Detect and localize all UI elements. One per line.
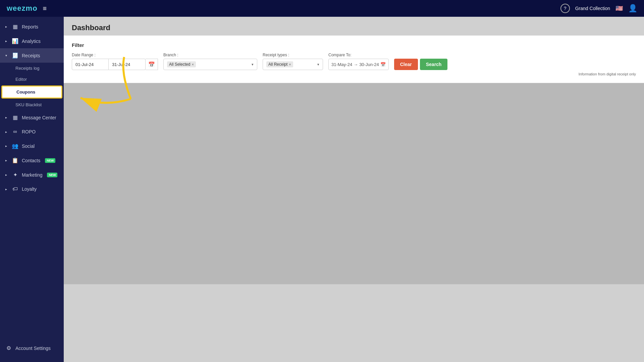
sidebar-item-account-settings[interactable]: ⚙ Account Settings — [0, 341, 64, 355]
arrow-icon: ▸ — [5, 159, 7, 162]
calendar-icon[interactable]: 📅 — [380, 62, 386, 67]
sidebar-item-loyalty[interactable]: ▸ 🏷 Loyalty — [0, 182, 64, 196]
user-avatar[interactable]: 👤 — [628, 4, 637, 13]
filter-title: Filter — [72, 42, 636, 48]
sidebar-item-label: Reports — [22, 24, 38, 29]
search-button[interactable]: Search — [420, 59, 448, 70]
header-right: ? Grand Collection 🇺🇸 👤 — [560, 4, 637, 13]
settings-icon: ⚙ — [5, 345, 12, 351]
sidebar-item-contacts[interactable]: ▸ 📋 Contacts NEW — [0, 153, 64, 168]
sidebar-item-receipts-log[interactable]: Receipts log — [0, 63, 64, 74]
filter-buttons: Clear Search — [394, 53, 448, 70]
date-end-input[interactable] — [109, 59, 146, 70]
sidebar: ▸ ▦ Reports ▸ 📊 Analytics ▾ 🧾 Receipts R… — [0, 17, 64, 362]
receipt-types-select[interactable]: All Receipt × ▾ — [263, 59, 323, 70]
filter-buttons-row: Clear Search — [394, 59, 448, 70]
compare-to-group: Compare To: 31-May-24 → 30-Jun-24 📅 — [328, 53, 389, 70]
branch-group: Branch : All Selected × ▾ — [163, 53, 257, 70]
header-left: weezmo ≡ — [7, 4, 47, 13]
date-range-inputs: 📅 — [72, 59, 158, 70]
gray-content-area — [64, 83, 644, 284]
sidebar-item-label: Message Center — [22, 115, 56, 120]
sidebar-item-message-center[interactable]: ▸ ▦ Message Center — [0, 110, 64, 125]
compare-range[interactable]: 31-May-24 → 30-Jun-24 📅 — [328, 59, 389, 70]
arrow-icon: ▸ — [5, 173, 7, 177]
arrow-icon: ▸ — [5, 39, 7, 43]
calendar-icon[interactable]: 📅 — [146, 59, 158, 70]
sidebar-item-label: Account Settings — [15, 346, 51, 351]
compare-end: 30-Jun-24 — [359, 62, 379, 67]
help-button[interactable]: ? — [560, 4, 570, 13]
filter-panel: Filter Date Range : 📅 Branch : — [64, 36, 644, 83]
menu-button[interactable]: ≡ — [43, 5, 47, 12]
chevron-down-icon: ▾ — [317, 62, 319, 67]
new-badge: NEW — [47, 173, 57, 177]
sidebar-item-ropo[interactable]: ▸ ∞ ROPO — [0, 125, 64, 139]
sidebar-item-analytics[interactable]: ▸ 📊 Analytics — [0, 34, 64, 48]
branch-label: Branch : — [163, 53, 257, 57]
header: weezmo ≡ ? Grand Collection 🇺🇸 👤 — [0, 0, 644, 17]
receipt-type-tag-remove[interactable]: × — [289, 62, 291, 66]
main-layout: ▸ ▦ Reports ▸ 📊 Analytics ▾ 🧾 Receipts R… — [0, 17, 644, 362]
new-badge: NEW — [45, 158, 55, 163]
branch-tag-remove[interactable]: × — [192, 62, 194, 66]
sidebar-item-label: Contacts — [22, 158, 40, 163]
contacts-icon: 📋 — [12, 157, 18, 164]
sidebar-item-reports[interactable]: ▸ ▦ Reports — [0, 19, 64, 34]
compare-start: 31-May-24 — [331, 62, 352, 67]
sidebar-item-label: Marketing — [22, 172, 42, 178]
arrow-icon: ▸ — [5, 144, 7, 148]
arrow-icon: → — [354, 62, 358, 67]
ropo-icon: ∞ — [12, 129, 18, 135]
branch-select[interactable]: All Selected × ▾ — [163, 59, 257, 70]
social-icon: 👥 — [12, 143, 18, 149]
sidebar-item-marketing[interactable]: ▸ ✦ Marketing NEW — [0, 168, 64, 182]
sidebar-item-label: Receipts — [22, 53, 40, 58]
flag-icon: 🇺🇸 — [615, 5, 623, 12]
date-range-group: Date Range : 📅 — [72, 53, 158, 70]
sidebar-item-social[interactable]: ▸ 👥 Social — [0, 139, 64, 153]
dashboard-area: Dashboard Filter Date Range : 📅 — [64, 17, 644, 362]
date-range-label: Date Range : — [72, 53, 158, 57]
arrow-icon: ▸ — [5, 130, 7, 134]
sidebar-item-sku-blacklist[interactable]: SKU Blacklist — [0, 99, 64, 110]
sidebar-item-label: Loyalty — [22, 186, 37, 192]
page-title: Dashboard — [64, 17, 644, 36]
sidebar-item-label: Social — [22, 143, 35, 149]
sidebar-item-receipts[interactable]: ▾ 🧾 Receipts — [0, 48, 64, 63]
sidebar-item-label: ROPO — [22, 129, 36, 134]
arrow-icon: ▾ — [5, 54, 7, 57]
sidebar-item-coupons[interactable]: Coupons — [1, 85, 62, 99]
content-area: Dashboard Filter Date Range : 📅 — [64, 17, 644, 362]
branch-tag: All Selected × — [167, 61, 196, 67]
filter-row: Date Range : 📅 Branch : All Selected — [72, 53, 636, 70]
org-name: Grand Collection — [575, 6, 610, 11]
loyalty-icon: 🏷 — [12, 186, 18, 192]
analytics-icon: 📊 — [12, 38, 18, 44]
sidebar-bottom: ⚙ Account Settings — [0, 341, 64, 362]
receipts-icon: 🧾 — [12, 52, 18, 59]
compare-to-label: Compare To: — [328, 53, 389, 57]
logo: weezmo — [7, 4, 38, 13]
arrow-icon: ▸ — [5, 187, 7, 191]
arrow-icon: ▸ — [5, 25, 7, 28]
receipt-types-label: Receipt types : — [263, 53, 323, 57]
marketing-icon: ✦ — [12, 172, 18, 178]
reports-icon: ▦ — [12, 23, 18, 30]
filter-info: Information from digital receipt only — [72, 72, 636, 76]
receipt-types-group: Receipt types : All Receipt × ▾ — [263, 53, 323, 70]
message-center-icon: ▦ — [12, 114, 18, 121]
arrow-icon: ▸ — [5, 116, 7, 119]
clear-button[interactable]: Clear — [394, 59, 418, 70]
date-start-input[interactable] — [72, 59, 109, 70]
receipt-type-tag: All Receipt × — [266, 61, 293, 67]
sidebar-item-editor[interactable]: Editor — [0, 74, 64, 85]
sidebar-item-label: Analytics — [22, 39, 41, 44]
chevron-down-icon: ▾ — [252, 62, 254, 67]
